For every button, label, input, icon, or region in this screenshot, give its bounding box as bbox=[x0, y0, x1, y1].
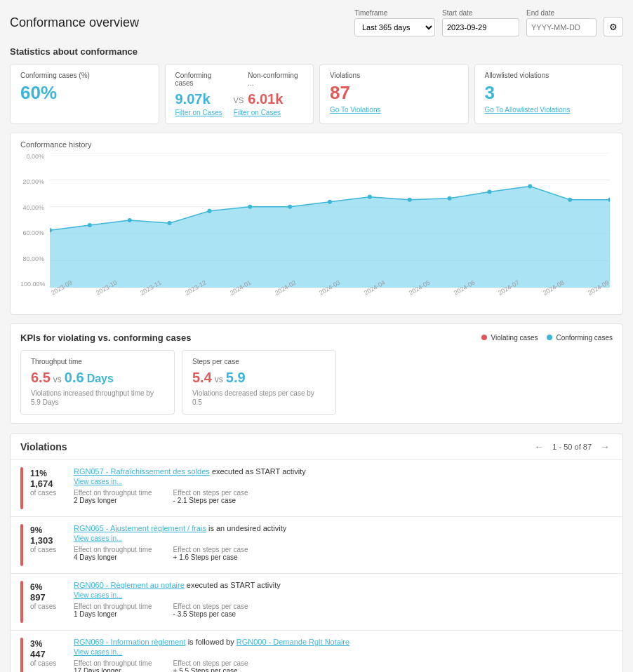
start-date-label: Start date bbox=[442, 9, 519, 17]
violation-pct-3: 3% bbox=[30, 639, 42, 649]
violation-view-3[interactable]: View cases in... bbox=[74, 648, 613, 656]
violation-view-0[interactable]: View cases in... bbox=[74, 478, 613, 485]
kpi-label-steps: Steps per case bbox=[192, 358, 326, 365]
kpi-val-throughput-red: 6.5 bbox=[31, 370, 51, 386]
prev-page-button[interactable]: ← bbox=[531, 441, 547, 452]
violation-pct-1: 9% bbox=[30, 525, 42, 535]
effect-label-1-1: Effect on throughput time bbox=[74, 546, 152, 553]
violation-link-2[interactable]: RGN060 - Règlement au notaire bbox=[74, 581, 185, 589]
gear-icon: ⚙ bbox=[609, 22, 618, 32]
violating-dot bbox=[481, 335, 487, 340]
svg-point-16 bbox=[448, 196, 452, 201]
violation-view-1[interactable]: View cases in... bbox=[74, 535, 613, 542]
kpi-title: KPIs for violating vs. conforming cases bbox=[20, 332, 191, 343]
end-date-input[interactable] bbox=[526, 18, 597, 36]
violation-count-0: 1,674 bbox=[30, 478, 53, 489]
kpi-label-throughput: Throughput time bbox=[31, 358, 164, 365]
stat-label-conforming: Conforming cases bbox=[175, 72, 229, 87]
effect-label-3-2: Effect on steps per case bbox=[173, 659, 248, 667]
chart-container: 100.00% 80.00% 60.00% 40.00% 20.00% 0.00… bbox=[20, 153, 613, 307]
effect-val-1-2: + 1.6 Steps per case bbox=[173, 553, 238, 561]
violation-text-3: is followed by bbox=[188, 638, 236, 646]
page-title: Conformance overview bbox=[10, 15, 139, 30]
timeframe-select[interactable]: Last 365 days bbox=[354, 18, 435, 36]
chart-title: Conformance history bbox=[20, 140, 613, 149]
effect-val-0-2: - 2.1 Steps per case bbox=[173, 497, 236, 504]
settings-button[interactable]: ⚙ bbox=[604, 17, 623, 36]
effect-label-0-2: Effect on steps per case bbox=[173, 489, 248, 497]
violations-section: Violations ← 1 - 50 of 87 → 11% 1,674 of… bbox=[10, 434, 623, 672]
svg-point-19 bbox=[568, 198, 572, 202]
svg-point-13 bbox=[328, 200, 332, 204]
kpi-card-throughput: Throughput time 6.5 vs 0.6 Days Violatio… bbox=[20, 350, 175, 415]
kpi-val-steps-red: 5.4 bbox=[192, 370, 212, 386]
svg-point-7 bbox=[88, 223, 92, 227]
violation-count-3: 447 bbox=[30, 649, 46, 659]
conforming-dot bbox=[547, 335, 552, 340]
violations-pagination: ← 1 - 50 of 87 → bbox=[531, 441, 613, 452]
start-date-input[interactable] bbox=[442, 18, 519, 36]
end-date-label: End date bbox=[526, 9, 597, 17]
violation-bar-1 bbox=[20, 524, 23, 566]
svg-point-10 bbox=[207, 209, 211, 213]
stats-section: Statistics about conformance Conforming … bbox=[10, 46, 623, 124]
violation-link-0[interactable]: RGN057 - Rafraîchissement des soldes bbox=[74, 467, 210, 476]
violation-view-2[interactable]: View cases in... bbox=[74, 591, 613, 599]
effect-label-3-1: Effect on throughput time bbox=[74, 659, 152, 667]
violation-text-1: is an undesired activity bbox=[208, 524, 286, 532]
kpi-card-steps: Steps per case 5.4 vs 5.9 Violations dec… bbox=[182, 350, 336, 415]
chart-svg-area bbox=[50, 153, 610, 288]
violation-of-1: of cases bbox=[30, 546, 56, 553]
violation-bar-3 bbox=[20, 638, 23, 672]
violation-pct-2: 6% bbox=[30, 582, 42, 592]
violation-of-0: of cases bbox=[30, 489, 56, 497]
kpi-val-steps-blue: 5.9 bbox=[226, 370, 246, 386]
svg-point-18 bbox=[528, 184, 532, 188]
stat-card-conforming-pct: Conforming cases (%) 60% bbox=[10, 64, 159, 124]
timeframe-label: Timeframe bbox=[354, 9, 435, 17]
stat-violations-value: 87 bbox=[330, 83, 458, 102]
next-page-button[interactable]: → bbox=[597, 441, 613, 452]
kpi-vs-steps: vs bbox=[215, 375, 223, 384]
violation-text-0: executed as START activity bbox=[212, 467, 306, 476]
violation-item-3: 3% 447 of cases RGN069 - Information règ… bbox=[11, 630, 622, 672]
effect-label-1-2: Effect on steps per case bbox=[173, 546, 248, 553]
violation-of-2: of cases bbox=[30, 603, 56, 610]
violation-link-3a[interactable]: RGN069 - Information règlement bbox=[74, 638, 186, 646]
effect-val-2-1: 1 Days longer bbox=[74, 610, 117, 618]
stat-card-violations: Violations 87 Go To Violations bbox=[319, 64, 469, 124]
filter-conforming-link[interactable]: Filter on Cases bbox=[175, 109, 222, 116]
effect-val-0-1: 2 Days longer bbox=[74, 497, 117, 504]
chart-x-labels: 2023-09 2023-10 2023-11 2023-12 2024-01 … bbox=[50, 290, 610, 307]
violations-title: Violations bbox=[20, 441, 67, 452]
filter-nonconforming-link[interactable]: Filter on Cases bbox=[234, 109, 281, 116]
violation-count-2: 897 bbox=[30, 592, 46, 603]
stat-vs: VS bbox=[234, 96, 244, 107]
chart-y-labels: 100.00% 80.00% 60.00% 40.00% 20.00% 0.00… bbox=[20, 153, 47, 288]
effect-label-2-1: Effect on throughput time bbox=[74, 603, 152, 610]
kpi-legend: Violating cases Conforming cases bbox=[481, 334, 613, 342]
stat-label-0: Conforming cases (%) bbox=[20, 72, 149, 79]
violation-item-1: 9% 1,303 of cases RGN065 - Ajustement rè… bbox=[11, 516, 622, 573]
violation-item-2: 6% 897 of cases RGN060 - Règlement au no… bbox=[11, 573, 622, 630]
effect-label-2-2: Effect on steps per case bbox=[173, 603, 248, 610]
svg-point-11 bbox=[248, 205, 252, 209]
kpi-vs-throughput: vs bbox=[53, 375, 62, 384]
violation-link-1[interactable]: RGN065 - Ajustement règlement / frais bbox=[74, 524, 206, 532]
stat-label-violations: Violations bbox=[330, 72, 458, 79]
effect-val-3-2: + 5.5 Steps per case bbox=[173, 667, 238, 672]
effect-val-1-1: 4 Days longer bbox=[74, 553, 117, 561]
stats-title: Statistics about conformance bbox=[10, 46, 623, 57]
goto-allowlisted-link[interactable]: Go To Allowlisted Violations bbox=[485, 106, 571, 114]
violation-link-3b[interactable]: RGN000 - Demande Rglt Notaire bbox=[236, 638, 349, 646]
effect-label-0-1: Effect on throughput time bbox=[74, 489, 152, 497]
goto-violations-link[interactable]: Go To Violations bbox=[330, 106, 380, 114]
stat-conforming-value: 9.07k bbox=[175, 91, 211, 107]
violation-count-1: 1,303 bbox=[30, 535, 53, 546]
stat-card-allowlisted: Allowlisted violations 3 Go To Allowlist… bbox=[474, 64, 624, 124]
conforming-label: Conforming cases bbox=[556, 334, 613, 342]
stat-card-conforming-vs: Conforming cases 9.07k VS Non-conforming… bbox=[165, 64, 314, 124]
effect-val-2-2: - 3.5 Steps per case bbox=[173, 610, 236, 618]
svg-point-17 bbox=[487, 190, 491, 194]
stat-label-nonconforming: Non-conforming ... bbox=[248, 72, 303, 87]
